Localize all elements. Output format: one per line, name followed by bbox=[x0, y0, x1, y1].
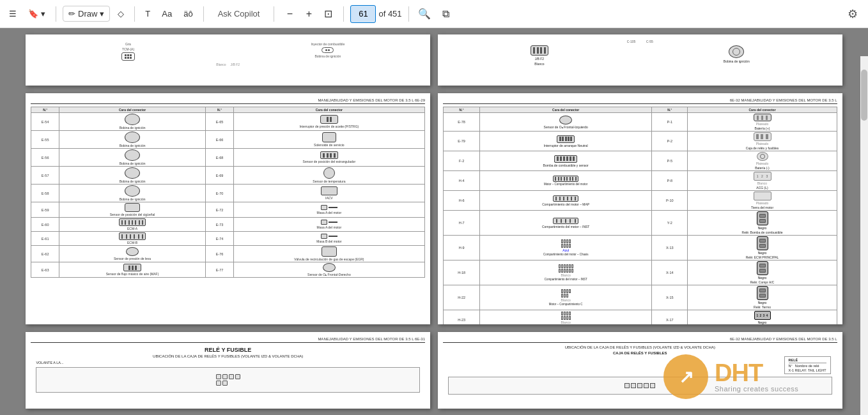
draw-chevron-icon: ▾ bbox=[100, 9, 104, 19]
bookmark-button[interactable]: 🔖 ▾ bbox=[24, 4, 49, 24]
toolbar: ☰ 🔖 ▾ ✏ Draw ▾ ◇ T Aa äô Ask Copilot − +… bbox=[0, 0, 868, 28]
ask-copilot-button[interactable]: Ask Copilot bbox=[210, 4, 268, 24]
code-e62: E-62 bbox=[31, 246, 59, 262]
code-e56: E-56 bbox=[31, 149, 59, 167]
connector-e77: Sensor de O₂ Frontal-Derecho bbox=[233, 262, 424, 278]
connector-x13: Negro Relé: ECM PRINCIPAL bbox=[688, 236, 837, 260]
table-row: H-4 bbox=[444, 171, 837, 191]
col-num-header: N.° bbox=[31, 107, 59, 113]
code-e54: E-54 bbox=[31, 113, 59, 131]
connector-x14: Negro Relé: Compr A/C bbox=[688, 260, 837, 285]
code-x13: X-13 bbox=[652, 236, 688, 260]
table-row: H-18 bbox=[444, 260, 837, 285]
table-row: E-61 ECM bbox=[31, 232, 425, 246]
connector-h18: Blanco Compartimiento del motor – INST bbox=[480, 260, 652, 285]
code-h6: H-6 bbox=[444, 191, 480, 211]
relay-num-col: N° bbox=[789, 364, 793, 368]
scrollbar-track bbox=[860, 56, 868, 415]
list-icon: ☰ bbox=[9, 9, 17, 19]
pdf-page-mid-right: 6E-32 MANEJABILIDAD Y EMISIONES DEL MOTO… bbox=[438, 93, 842, 324]
search-icon: 🔍 bbox=[418, 8, 431, 20]
draw-tool-button[interactable]: ✏ Draw ▾ bbox=[63, 6, 110, 22]
pdf-page-bottom-right: 6E-32 MANEJABILIDAD Y EMISIONES DEL MOTO… bbox=[438, 332, 842, 409]
connector-e59: Sensor de posición del cigüeñal bbox=[59, 202, 205, 218]
zoom-out-button[interactable]: − bbox=[281, 5, 298, 23]
draw-pencil-icon: ✏ bbox=[68, 9, 75, 19]
list-view-button[interactable]: ☰ bbox=[5, 4, 20, 24]
ask-copilot-label: Ask Copilot bbox=[218, 9, 260, 19]
connector-p5: Plateado Batería (-) bbox=[688, 151, 837, 171]
relay-name-col: Nombre de relé bbox=[795, 364, 819, 368]
relay-section-label: VOLANTE A LA... bbox=[31, 361, 425, 365]
connector-e70: IACV bbox=[233, 185, 424, 202]
table-row: H-23 bbox=[444, 310, 837, 325]
code-p8: P-8 bbox=[652, 171, 688, 191]
search-button[interactable]: 🔍 bbox=[415, 5, 433, 23]
connector-e60: ECM-A bbox=[59, 218, 205, 232]
code-x15: X-15 bbox=[652, 285, 688, 310]
table-row: E-78 Sensor de O₂ Frontal-Izquierdo P-1 bbox=[444, 113, 837, 132]
table-row: F-2 Bomb bbox=[444, 151, 837, 171]
connector-e66: Solenoide de servicio bbox=[233, 131, 424, 149]
connector-table-left: N.° Cara del conector N.° Cara del conec… bbox=[31, 107, 425, 278]
connector-h22: Blanco Motor – Compartimiento C bbox=[480, 285, 652, 310]
settings-button[interactable]: ⚙ bbox=[842, 4, 863, 24]
connector-table-right: N.° Cara del conector N.° Cara del conec… bbox=[443, 107, 837, 324]
text-format-button[interactable]: Aa bbox=[158, 4, 176, 24]
code-x17: X-17 bbox=[652, 310, 688, 325]
code-e66: E-66 bbox=[206, 131, 234, 149]
emoji-button[interactable]: äô bbox=[180, 4, 196, 24]
code-p2: P-2 bbox=[652, 132, 688, 151]
page-number-input[interactable] bbox=[350, 5, 376, 23]
code-e72: E-72 bbox=[206, 202, 234, 218]
connector-e63: Sensor de flujo másico de aire (MAF) bbox=[59, 262, 205, 278]
zoom-in-button[interactable]: + bbox=[300, 5, 318, 23]
code-p1: P-1 bbox=[652, 113, 688, 132]
table-row: E-55 Bobina de ignición E-66 Solenoide bbox=[31, 131, 425, 149]
pdf-page-mid-left: MANEJABILIDAD Y EMISIONES DEL MOTOR DE 3… bbox=[26, 93, 430, 324]
page-header-mid-right: 6E-32 MANEJABILIDAD Y EMISIONES DEL MOTO… bbox=[443, 98, 837, 104]
eraser-button[interactable]: ◇ bbox=[114, 4, 128, 24]
code-e74: E-74 bbox=[206, 232, 234, 246]
page-header-mid-left: MANEJABILIDAD Y EMISIONES DEL MOTOR DE 3… bbox=[31, 98, 425, 104]
chevron-icon: ▾ bbox=[41, 9, 45, 19]
table-row: E-58 Bobina de ignición E-70 IACV bbox=[31, 185, 425, 202]
pdf-page-partial-top-left: Gris TCM-(A) bbox=[26, 34, 430, 86]
col-face-header: Cara del conector bbox=[59, 107, 205, 113]
code-h4: H-4 bbox=[444, 171, 480, 191]
left-column: Gris TCM-(A) bbox=[26, 34, 430, 409]
code-e58: E-58 bbox=[31, 185, 59, 202]
scrollbar-thumb[interactable] bbox=[861, 70, 867, 121]
separator-4 bbox=[274, 6, 274, 22]
connector-e76: Válvula de recirculación de gas de escap… bbox=[233, 246, 424, 262]
multi-page-button[interactable]: ⧉ bbox=[437, 5, 455, 23]
table-row: E-59 Sensor de posición del cigüeñal E-7… bbox=[31, 202, 425, 218]
table-row: H-9 bbox=[444, 236, 837, 260]
connector-e74: Masa B del motor bbox=[233, 232, 424, 246]
code-e60: E-60 bbox=[31, 218, 59, 232]
col-num-hdr: N.° bbox=[444, 107, 480, 113]
connector-e68: Sensor de posición del estrangulador bbox=[233, 149, 424, 167]
table-row: E-63 Sensor de flujo másico de aire (MAF… bbox=[31, 262, 425, 278]
separator-2 bbox=[134, 6, 135, 22]
connector-y2: Negro Relé: Bomba de combustible bbox=[688, 211, 837, 236]
connector-e72: Masa A del motor bbox=[233, 202, 424, 218]
fit-page-button[interactable]: ⊡ bbox=[319, 5, 337, 23]
connector-e65: Interruptor de presión de aceite (P/STRG… bbox=[233, 113, 424, 131]
connector-e58: Bobina de ignición bbox=[59, 185, 205, 202]
separator-3 bbox=[203, 6, 204, 22]
connector-e62: Sensor de presión de leva bbox=[59, 246, 205, 262]
text-button[interactable]: T bbox=[141, 4, 154, 24]
code-e79: E-79 bbox=[444, 132, 480, 151]
table-row: E-60 bbox=[31, 218, 425, 232]
draw-label: Draw bbox=[78, 9, 97, 19]
connector-p8: 1 2 3 Blanco ACG (L) bbox=[688, 171, 837, 191]
connector-h9: Azul Compartimiento del motor – Chasis bbox=[480, 236, 652, 260]
col-face-hdr: Cara del conector bbox=[480, 107, 652, 113]
page-header-bottom-right: 6E-32 MANEJABILIDAD Y EMISIONES DEL MOTO… bbox=[443, 337, 837, 343]
right-column: C-105 C-55 J/B F2 Blanco bbox=[438, 34, 842, 409]
connector-p10: Plateado Tierra del motor bbox=[688, 191, 837, 211]
connector-h4: Motor – Compartimiento del motor bbox=[480, 171, 652, 191]
table-row: E-79 Interruptor de arranqu bbox=[444, 132, 837, 151]
code-e70: E-70 bbox=[206, 185, 234, 202]
